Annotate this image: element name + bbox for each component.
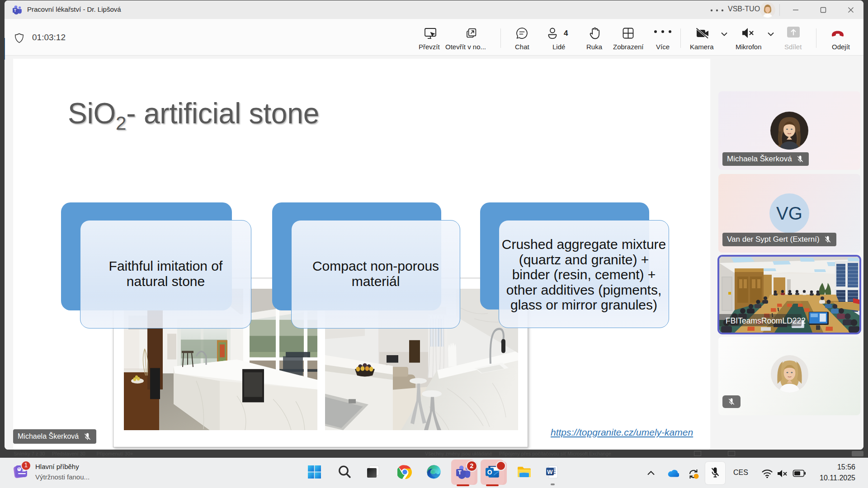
- svg-text:FBITeamsRoomLD222: FBITeamsRoomLD222: [726, 316, 806, 325]
- svg-text:O: O: [487, 469, 492, 476]
- svg-text:T: T: [14, 8, 17, 13]
- svg-text:W: W: [547, 469, 553, 475]
- svg-text:T: T: [458, 469, 462, 476]
